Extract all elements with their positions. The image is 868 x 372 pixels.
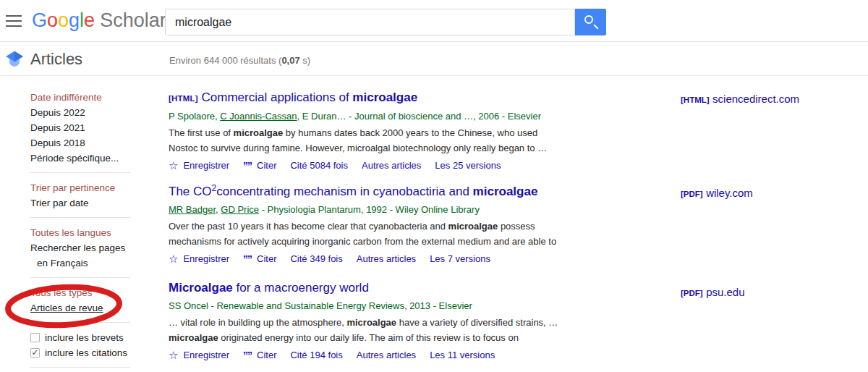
author-text: SS Oncel - Renewable and Sustainable Ene… bbox=[169, 300, 472, 311]
sidebar-divider bbox=[30, 172, 130, 173]
cited-by-link[interactable]: Cité 5084 fois bbox=[290, 159, 348, 172]
cite-label: Citer bbox=[257, 159, 276, 172]
author-text: P Spolaore, bbox=[169, 111, 220, 122]
search-input[interactable] bbox=[165, 9, 575, 35]
save-label: Enregistrer bbox=[183, 349, 229, 362]
result-actions: ☆Enregistrer ””Citer Cité 349 fois Autre… bbox=[169, 253, 565, 266]
related-articles-link[interactable]: Autres articles bbox=[357, 349, 416, 362]
snippet-text: originated energy into our daily life. T… bbox=[218, 332, 519, 343]
snippet-highlight: microalgae bbox=[346, 317, 396, 328]
title-text-bold: microalgae bbox=[352, 90, 417, 104]
checkbox-checked[interactable]: ✓ bbox=[30, 348, 40, 358]
result-snippet: … vital role in building up the atmosphe… bbox=[169, 315, 565, 345]
title-text: Commercial applications of bbox=[202, 90, 353, 104]
save-button[interactable]: ☆Enregistrer bbox=[169, 349, 229, 362]
search-result: The CO2concentrating mechanism in cyanob… bbox=[169, 184, 565, 266]
quote-icon: ”” bbox=[243, 253, 252, 266]
include-citations-row[interactable]: ✓ inclure les citations bbox=[30, 345, 140, 360]
fulltext-link[interactable]: [HTML] sciencedirect.com bbox=[681, 93, 799, 106]
save-button[interactable]: ☆Enregistrer bbox=[169, 253, 229, 266]
save-label: Enregistrer bbox=[183, 159, 229, 172]
filter-all-types[interactable]: Tous les types bbox=[30, 285, 140, 300]
checkmark-icon: ✓ bbox=[31, 348, 38, 358]
author-link[interactable]: GD Price bbox=[221, 204, 259, 215]
checkbox-label: inclure les citations bbox=[45, 345, 127, 360]
sidebar-divider bbox=[30, 217, 130, 218]
filter-custom-range[interactable]: Période spécifique... bbox=[30, 151, 140, 166]
format-tag: [PDF] bbox=[681, 190, 703, 198]
title-text-bold: microalgae bbox=[473, 185, 538, 198]
quote-icon: ”” bbox=[243, 159, 252, 172]
cited-by-link[interactable]: Cité 349 fois bbox=[290, 253, 342, 266]
logo-letter: g bbox=[69, 9, 80, 31]
author-text: , E Duran… - Journal of bioscience and …… bbox=[297, 111, 541, 122]
cite-button[interactable]: ””Citer bbox=[243, 349, 276, 362]
cite-button[interactable]: ””Citer bbox=[243, 159, 276, 172]
checkbox-label: inclure les brevets bbox=[45, 330, 124, 345]
filter-french-pages[interactable]: Rechercher les pages bbox=[30, 240, 140, 255]
logo-letter: o bbox=[58, 9, 69, 31]
results-stats: Environ 644 000 résultats (0,07 s) bbox=[169, 55, 310, 66]
result-title-link[interactable]: Microalgae for a macroenergy world bbox=[169, 281, 369, 295]
search-result: [HTML] Commercial applications of microa… bbox=[169, 90, 565, 172]
title-text: for a macroenergy world bbox=[233, 281, 369, 295]
search-icon bbox=[584, 15, 593, 24]
results-header-bar: Articles Environ 644 000 résultats (0,07… bbox=[0, 43, 868, 76]
title-text-bold: Microalgae bbox=[169, 281, 233, 295]
hamburger-menu-icon[interactable] bbox=[6, 15, 22, 27]
snippet-text: Over the past 10 years it has become cle… bbox=[169, 221, 448, 232]
logo-letter: e bbox=[84, 9, 95, 31]
versions-link[interactable]: Les 11 versions bbox=[430, 349, 495, 362]
fulltext-link[interactable]: [PDF] psu.edu bbox=[681, 286, 745, 299]
versions-link[interactable]: Les 25 versions bbox=[435, 159, 501, 172]
stats-text: s) bbox=[300, 55, 310, 66]
include-patents-row[interactable]: inclure les brevets bbox=[30, 330, 140, 345]
authors-line: MR Badger, GD Price - Physiologia Planta… bbox=[169, 203, 565, 216]
snippet-highlight: microalgae bbox=[169, 332, 218, 343]
cite-button[interactable]: ””Citer bbox=[243, 253, 276, 266]
scholar-cap-icon bbox=[5, 49, 24, 68]
fulltext-domain: sciencedirect.com bbox=[712, 93, 799, 105]
snippet-highlight: microalgae bbox=[234, 127, 284, 138]
save-label: Enregistrer bbox=[183, 253, 229, 266]
filter-all-languages[interactable]: Toutes les langues bbox=[30, 225, 140, 240]
stats-text: Environ 644 000 résultats ( bbox=[169, 55, 281, 66]
authors-line: P Spolaore, C Joannis-Cassan, E Duran… -… bbox=[169, 110, 565, 123]
fulltext-link[interactable]: [PDF] wiley.com bbox=[681, 187, 753, 200]
author-link[interactable]: C Joannis-Cassan bbox=[220, 111, 297, 122]
format-tag: [HTML] bbox=[169, 94, 198, 103]
save-button[interactable]: ☆Enregistrer bbox=[169, 159, 229, 172]
result-snippet: Over the past 10 years it has become cle… bbox=[169, 219, 565, 249]
title-text: concentrating mechanism in cyanobactiria… bbox=[216, 185, 472, 198]
filter-french-pages-line2[interactable]: en Français bbox=[30, 255, 140, 271]
related-articles-link[interactable]: Autres articles bbox=[362, 159, 421, 172]
checkbox-unchecked[interactable] bbox=[30, 333, 40, 342]
fulltext-domain: psu.edu bbox=[706, 286, 744, 298]
result-snippet: The first use of microalgae by humans da… bbox=[169, 125, 565, 156]
filter-since-2021[interactable]: Depuis 2021 bbox=[30, 120, 140, 135]
filter-review-articles[interactable]: Articles de revue bbox=[30, 300, 140, 316]
filter-since-2018[interactable]: Depuis 2018 bbox=[30, 135, 140, 151]
author-link[interactable]: MR Badger bbox=[169, 204, 216, 215]
title-text: The CO bbox=[169, 185, 212, 198]
cite-label: Citer bbox=[257, 349, 276, 362]
author-text: - Physiologia Plantarum, 1992 - Wiley On… bbox=[259, 204, 480, 215]
filter-date-any[interactable]: Date indifférente bbox=[30, 90, 140, 105]
result-title-link[interactable]: The CO2concentrating mechanism in cyanob… bbox=[169, 185, 537, 198]
format-tag: [HTML] bbox=[681, 96, 710, 104]
search-button[interactable] bbox=[575, 9, 606, 35]
related-articles-link[interactable]: Autres articles bbox=[357, 253, 416, 266]
star-icon: ☆ bbox=[169, 159, 178, 172]
top-bar: GoogleScholar bbox=[0, 0, 868, 42]
google-scholar-logo[interactable]: GoogleScholar bbox=[32, 9, 166, 32]
sort-by-relevance[interactable]: Trier par pertinence bbox=[30, 180, 140, 195]
articles-tab-label: Articles bbox=[30, 50, 82, 69]
result-title-link[interactable]: Commercial applications of microalgae bbox=[202, 90, 418, 104]
cited-by-link[interactable]: Cité 194 fois bbox=[290, 349, 342, 362]
sort-by-date[interactable]: Trier par date bbox=[30, 195, 140, 211]
filter-since-2022[interactable]: Depuis 2022 bbox=[30, 105, 140, 120]
snippet-text: The first use of bbox=[169, 127, 234, 138]
versions-link[interactable]: Les 7 versions bbox=[430, 253, 490, 266]
logo-scholar-text: Scholar bbox=[100, 9, 166, 31]
quote-icon: ”” bbox=[243, 349, 252, 362]
